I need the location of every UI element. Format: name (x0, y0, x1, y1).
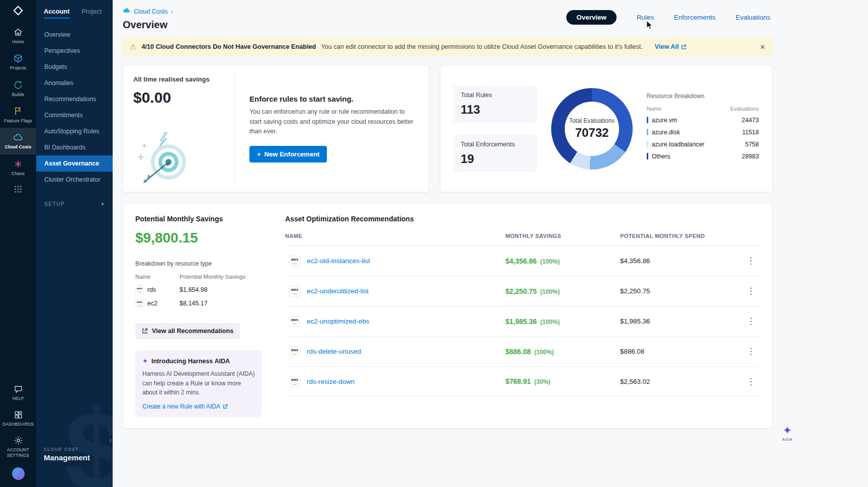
sidebar-item-autostopping-rules[interactable]: AutoStopping Rules (36, 123, 113, 139)
asset-optimization-title: Asset Optimization Recommendations (285, 215, 760, 223)
aws-icon: aws (135, 285, 144, 294)
governance-warning-banner: ⚠ 4/10 Cloud Connectors Do Not Have Gove… (123, 37, 772, 56)
stat-column: Total Rules 113 Total Enforcements 19 (454, 86, 537, 172)
col-potential-spend: POTENTIAL MONTHLY SPEND (620, 233, 742, 239)
recommendation-link[interactable]: ec2-underutilized-list (307, 287, 369, 295)
view-all-link[interactable]: View All (655, 43, 686, 50)
sidebar-item-bi-dashboards[interactable]: BI Dashboards (36, 139, 113, 155)
breadcrumb-link[interactable]: Cloud Costs (134, 8, 168, 15)
recommendation-link[interactable]: ec2-old-instances-list (307, 257, 370, 265)
close-icon[interactable]: ✕ (760, 43, 765, 51)
rail-item-feature-flags[interactable]: Feature Flags (0, 102, 36, 128)
total-enforcements-label: Total Enforcements (461, 141, 530, 148)
rail-item-label: Feature Flags (4, 118, 32, 123)
rail-item-projects[interactable]: Projects (0, 49, 36, 75)
realised-savings-value: $0.00 (133, 89, 234, 106)
aida-create-rule-link[interactable]: Create a new Rule with AIDA (142, 403, 228, 410)
sidebar-item-overview[interactable]: Overview (36, 27, 113, 43)
sidebar-item-perspectives[interactable]: Perspectives (36, 43, 113, 59)
kebab-menu-icon[interactable]: ⋮ (742, 347, 760, 356)
aida-title: Introducing Harness AIDA (151, 358, 230, 365)
aida-link-label: Create a new Rule with AIDA (142, 403, 220, 410)
tab-enforcements[interactable]: Enforcements (674, 14, 716, 21)
rail-item-dashboards[interactable]: DASHBOARDS (0, 405, 36, 431)
legend-swatch (647, 153, 648, 159)
kebab-menu-icon[interactable]: ⋮ (742, 257, 760, 265)
aida-fab-button[interactable]: ✦ AIDA (782, 425, 793, 442)
sidebar-item-anomalies[interactable]: Anomalies (36, 75, 113, 91)
rail-item-home[interactable]: Home (0, 23, 36, 49)
donut-center-value: 70732 (575, 126, 609, 140)
rail-item-account-settings[interactable]: ACCOUNT SETTINGS (0, 431, 36, 462)
rail-item-help[interactable]: HELP (0, 380, 36, 405)
total-enforcements-value: 19 (461, 152, 530, 166)
breakdown-name: Others (652, 153, 670, 160)
breakdown-row: Others 28983 (647, 153, 759, 160)
monthly-savings-value: $2,250.75 (505, 287, 537, 295)
rail-item-module-grid[interactable] (0, 181, 36, 198)
new-enforcement-button[interactable]: + New Enforcement (249, 146, 327, 163)
potential-row: aws ec2 $8,145.17 (135, 296, 267, 310)
breakdown-value: 11518 (742, 129, 759, 136)
scope-tab-project[interactable]: Project (81, 8, 102, 19)
donut-center: Total Evaluations 70732 (551, 88, 633, 170)
banner-body: You can edit connector to add the missin… (321, 43, 643, 50)
breadcrumb[interactable]: Cloud Costs › (123, 7, 173, 16)
savings-percent: (100%) (540, 318, 560, 326)
page-title: Overview (123, 19, 173, 31)
harness-logo-icon[interactable] (13, 5, 24, 18)
sidebar-item-asset-governance[interactable]: Asset Governance (36, 155, 113, 172)
tab-overview[interactable]: Overview (566, 10, 617, 25)
rail-item-chaos[interactable]: Chaos (0, 154, 36, 181)
aida-fab-label: AIDA (782, 437, 793, 442)
dashboards-icon (14, 410, 23, 420)
realised-savings-card: All time realised savings $0.00 (123, 65, 429, 192)
rail-item-label: Projects (10, 65, 27, 70)
sidebar-item-budgets[interactable]: Budgets (36, 59, 113, 75)
kebab-menu-icon[interactable]: ⋮ (742, 317, 760, 326)
asset-optimization-column: Asset Optimization Recommendations NAME … (285, 215, 760, 417)
breakdown-name: azure.loadbalancer (652, 141, 705, 148)
feature-flags-icon (13, 106, 23, 116)
aws-icon: aws (289, 316, 300, 327)
new-enforcement-label: New Enforcement (265, 150, 320, 158)
sidebar-item-cluster-orchestrator[interactable]: Cluster Orchestrator (36, 172, 113, 188)
rail-item-cloud-costs[interactable]: Cloud Costs (0, 128, 36, 154)
table-row: aws ec2-old-instances-list $4,356.86(100… (285, 246, 760, 276)
breakdown-value: 28983 (742, 153, 759, 160)
breakdown-value: 5758 (745, 141, 759, 148)
legend-swatch (647, 117, 648, 123)
recommendation-link[interactable]: rds-resize-down (307, 378, 355, 385)
recommendation-link[interactable]: ec2-unoptimized-ebs (307, 317, 369, 325)
sidebar-item-recommendations[interactable]: Recommendations (36, 91, 113, 107)
potential-spend-value: $2,250.75 (620, 287, 742, 295)
tab-evaluations[interactable]: Evaluations (736, 14, 770, 21)
recommendation-link[interactable]: rds-delete-unused (307, 348, 361, 355)
monthly-savings-value: $886.08 (505, 348, 531, 356)
monthly-savings-value: $4,356.86 (505, 257, 537, 265)
total-rules-box: Total Rules 113 (454, 86, 537, 123)
view-all-recommendations-button[interactable]: View all Recommendations (135, 323, 240, 339)
kebab-menu-icon[interactable]: ⋮ (742, 287, 760, 295)
sidebar-collapse-handle[interactable]: ‹ (110, 436, 112, 444)
rail-item-builds[interactable]: Builds (0, 75, 36, 102)
scope-tab-account[interactable]: Account (44, 8, 69, 19)
resource-breakdown-title: Resource Breakdown (647, 93, 759, 100)
potential-savings-value: $9,800.15 (135, 230, 267, 246)
legend-swatch (647, 129, 648, 135)
savings-percent: (30%) (535, 378, 551, 385)
user-avatar[interactable] (12, 467, 25, 480)
external-link-icon (681, 44, 686, 50)
tab-rules[interactable]: Rules (637, 14, 654, 21)
total-enforcements-box: Total Enforcements 19 (454, 135, 537, 172)
sidebar-nav: Overview Perspectives Budgets Anomalies … (36, 27, 113, 188)
main-area: Cloud Costs › Overview Overview Rules En… (113, 0, 868, 487)
potential-savings-title: Potential Monthly Savings (135, 215, 267, 223)
sidebar-item-commitments[interactable]: Commitments (36, 107, 113, 123)
projects-icon (13, 53, 23, 63)
sidebar-setup-toggle[interactable]: SETUP ▾ (36, 188, 113, 207)
kebab-menu-icon[interactable]: ⋮ (742, 377, 760, 386)
cloud-costs-icon (13, 132, 23, 142)
aida-sparkle-icon: ✦ (142, 357, 148, 365)
aida-panel: ✦ Introducing Harness AIDA Harness AI De… (135, 350, 262, 417)
